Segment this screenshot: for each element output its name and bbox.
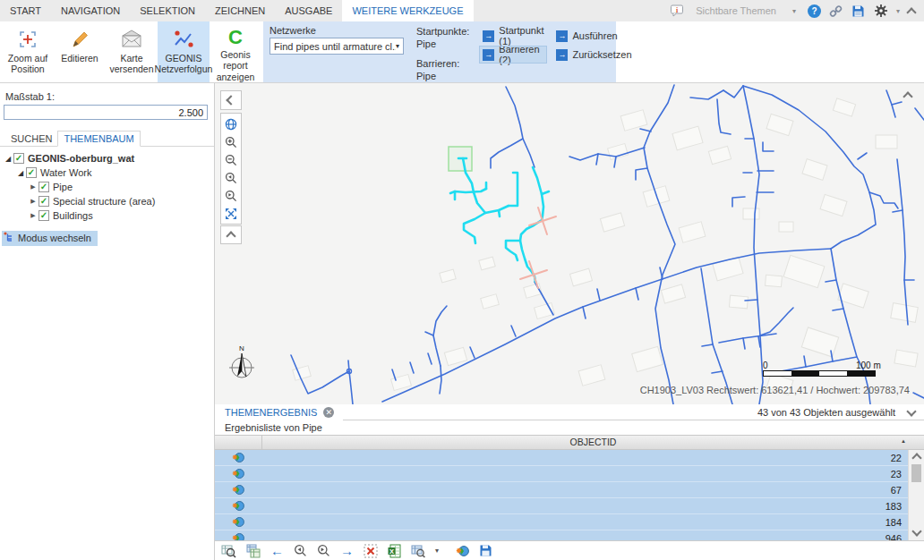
save-icon[interactable] bbox=[851, 4, 866, 18]
tab-suchen[interactable]: SUCHEN bbox=[5, 132, 57, 146]
tab-themenbaum[interactable]: THEMENBAUM bbox=[57, 131, 140, 147]
scroll-up-icon[interactable] bbox=[911, 453, 921, 462]
tab-zeichnen[interactable]: ZEICHNEN bbox=[205, 0, 275, 21]
editieren-button[interactable]: Editieren bbox=[54, 21, 106, 82]
tree-item-label: Buildings bbox=[53, 210, 93, 221]
collapse-panel-icon[interactable] bbox=[904, 90, 911, 102]
scale-bar: 0 100 m bbox=[763, 361, 915, 377]
table-search-icon[interactable] bbox=[411, 543, 425, 559]
previous-arrow-icon[interactable]: ← bbox=[270, 543, 284, 559]
zuruecksetzen-button[interactable]: → Zurücksetzen bbox=[553, 47, 634, 63]
table-row[interactable]: 184 bbox=[215, 514, 909, 530]
tree-item-water-work[interactable]: ◢ ✓ Water Work bbox=[0, 165, 214, 180]
tree-item-special-structure[interactable]: ▶ ✓ Special structure (area) bbox=[0, 194, 214, 208]
ausfuehren-button[interactable]: → Ausführen bbox=[553, 28, 634, 44]
comment-icon[interactable]: i bbox=[670, 4, 684, 18]
objectid-value: 946 bbox=[261, 533, 909, 541]
link-icon[interactable] bbox=[829, 4, 843, 18]
network-trace-icon bbox=[172, 26, 195, 53]
expander-closed-icon[interactable]: ▶ bbox=[29, 183, 38, 191]
objectid-value: 183 bbox=[261, 501, 909, 512]
tab-start[interactable]: START bbox=[0, 0, 51, 21]
themenergebnis-label: THEMENERGEBNIS bbox=[225, 407, 317, 418]
modus-wechseln-button[interactable]: Modus wechseln bbox=[2, 231, 98, 246]
expander-closed-icon[interactable]: ▶ bbox=[29, 212, 38, 219]
scale-input[interactable] bbox=[4, 105, 208, 120]
network-select-dropdown[interactable]: Find pipes until armature cl... ▾ bbox=[270, 38, 404, 55]
result-table: OBJECTID ▲ 222367183184946 bbox=[215, 435, 924, 540]
tree-item-buildings[interactable]: ▶ ✓ Buildings bbox=[0, 208, 214, 223]
expander-open-icon[interactable]: ◢ bbox=[16, 169, 25, 177]
table-row[interactable]: 946 bbox=[215, 530, 909, 540]
table-row[interactable]: 183 bbox=[215, 498, 909, 514]
table-row[interactable]: 23 bbox=[215, 466, 909, 482]
clear-selection-icon[interactable] bbox=[364, 543, 378, 559]
zoom-previous-icon[interactable] bbox=[294, 543, 307, 559]
tab-themenergebnis[interactable]: THEMENERGEBNIS ✕ bbox=[215, 404, 343, 420]
tab-navigation[interactable]: NAVIGATION bbox=[51, 0, 130, 21]
zoom-out-icon[interactable] bbox=[223, 152, 239, 167]
map-view[interactable]: N 0 100 m CH1903_LV03 Rechtswert: 613621… bbox=[215, 83, 924, 404]
scroll-down-icon[interactable] bbox=[911, 526, 921, 536]
zoom-previous-icon[interactable] bbox=[223, 170, 239, 185]
icon-column-header[interactable] bbox=[215, 436, 262, 449]
tree-item-pipe[interactable]: ▶ ✓ Pipe bbox=[0, 180, 214, 194]
checkbox-checked-icon[interactable]: ✓ bbox=[26, 167, 37, 178]
zoom-next-icon[interactable] bbox=[223, 188, 239, 203]
checkbox-checked-icon[interactable]: ✓ bbox=[38, 182, 49, 192]
tab-ausgabe[interactable]: AUSGABE bbox=[275, 0, 342, 21]
checkbox-checked-icon[interactable]: ✓ bbox=[38, 210, 49, 221]
startpunkte-value: Pipe bbox=[416, 38, 469, 50]
barrieren-button[interactable]: → Barrieren (2) bbox=[480, 47, 546, 63]
collapse-ribbon-icon[interactable] bbox=[906, 7, 916, 17]
table-row[interactable]: 22 bbox=[215, 450, 909, 466]
geonis-report-button[interactable]: C Geonis report anzeigen bbox=[210, 21, 261, 82]
flash-selection-icon[interactable] bbox=[456, 543, 469, 559]
network-select-value: Find pipes until armature cl... bbox=[274, 41, 396, 52]
tree-item-label: GEONIS-oberburg_wat bbox=[28, 153, 134, 164]
find-in-table-icon[interactable] bbox=[221, 543, 236, 559]
expander-closed-icon[interactable]: ▶ bbox=[29, 198, 38, 205]
tab-weitere-werkzeuge[interactable]: WEITERE WERKZEUGE bbox=[342, 0, 473, 21]
zoom-next-icon[interactable] bbox=[317, 543, 330, 559]
settings-dropdown-icon[interactable]: ▾ bbox=[896, 7, 900, 15]
netzwerke-group-label: Netzwerke bbox=[270, 25, 404, 36]
pencil-icon bbox=[69, 26, 90, 53]
sort-ascending-icon[interactable]: ▲ bbox=[901, 438, 906, 444]
startpunkt-button[interactable]: → Startpunkt (1) bbox=[480, 28, 546, 44]
scrollbar-thumb[interactable] bbox=[911, 464, 921, 482]
table-search-dropdown-icon[interactable]: ▾ bbox=[435, 547, 439, 555]
checkbox-checked-icon[interactable]: ✓ bbox=[13, 153, 24, 164]
visible-themes-dropdown[interactable]: Sichtbare Themen ▾ bbox=[692, 4, 800, 18]
zoom-in-icon[interactable] bbox=[223, 134, 239, 149]
toolbar-collapse-button[interactable] bbox=[220, 225, 242, 244]
table-scrollbar[interactable] bbox=[908, 450, 924, 540]
karte-versenden-button[interactable]: Karte versenden bbox=[106, 21, 158, 82]
overview-globe-icon[interactable] bbox=[223, 116, 239, 132]
export-excel-icon[interactable]: X bbox=[388, 543, 401, 559]
collapse-sidebar-button[interactable] bbox=[220, 90, 242, 110]
geonis-netzverfolgung-button[interactable]: GEONIS Netzverfolgun bbox=[158, 21, 210, 82]
expander-open-icon[interactable]: ◢ bbox=[4, 155, 13, 163]
zuruecksetzen-button-label: Zurücksetzen bbox=[572, 49, 631, 60]
zoom-auf-position-button[interactable]: Zoom auf Position bbox=[2, 21, 54, 82]
copy-table-icon[interactable] bbox=[246, 543, 261, 559]
flash-globe-icon bbox=[215, 516, 261, 528]
save-result-icon[interactable] bbox=[479, 543, 492, 559]
tab-selektion[interactable]: SELEKTION bbox=[130, 0, 205, 21]
objectid-value: 22 bbox=[261, 453, 909, 463]
full-extent-icon[interactable] bbox=[223, 206, 239, 221]
close-icon[interactable]: ✕ bbox=[323, 407, 334, 418]
help-icon[interactable]: ? bbox=[808, 4, 821, 18]
expand-panel-icon[interactable] bbox=[906, 406, 916, 416]
objectid-column-header[interactable]: OBJECTID bbox=[262, 436, 924, 449]
tree-item-label: Water Work bbox=[40, 167, 91, 178]
scale-label: Maßstab 1: bbox=[5, 91, 209, 102]
checkbox-checked-icon[interactable]: ✓ bbox=[38, 196, 49, 207]
next-arrow-icon[interactable]: → bbox=[340, 543, 354, 559]
tree-item-root[interactable]: ◢ ✓ GEONIS-oberburg_wat bbox=[0, 151, 214, 165]
flash-globe-icon bbox=[215, 484, 261, 496]
settings-gear-icon[interactable] bbox=[874, 4, 888, 18]
table-row[interactable]: 67 bbox=[215, 482, 909, 498]
arrow-right-icon: → bbox=[556, 49, 568, 61]
